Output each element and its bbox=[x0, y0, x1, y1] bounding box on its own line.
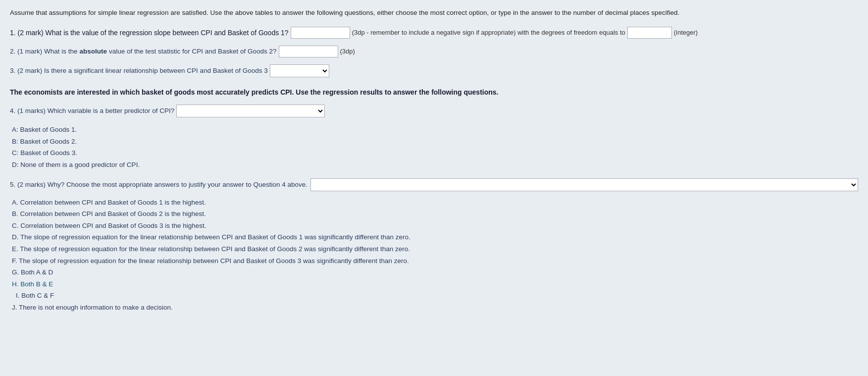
question-1-block: 1. (2 mark) What is the value of the reg… bbox=[10, 27, 858, 39]
section-header: The economists are interested in which b… bbox=[10, 87, 858, 98]
q4-option-d: D: None of them is a good predictor of C… bbox=[10, 160, 858, 170]
q1-hint1: (3dp - remember to include a negative si… bbox=[352, 28, 625, 38]
q5-option-i: I. Both C & F bbox=[10, 290, 858, 301]
q4-option-c: C: Basket of Goods 3. bbox=[10, 148, 858, 159]
q5-option-f: F. The slope of regression equation for … bbox=[10, 256, 858, 267]
intro-text: Assume that assumptions for simple linea… bbox=[10, 8, 858, 18]
q5-option-g: G. Both A & D bbox=[10, 267, 858, 278]
q1-hint2: (integer) bbox=[674, 28, 698, 38]
question-5-block: 5. (2 marks) Why? Choose the most approp… bbox=[10, 178, 858, 191]
q4-option-b: B: Basket of Goods 2. bbox=[10, 136, 858, 147]
question-3-block: 3. (2 mark) Is there a significant linea… bbox=[10, 64, 858, 77]
q2-hint: (3dp) bbox=[340, 47, 355, 57]
q5-label: 5. (2 marks) Why? Choose the most approp… bbox=[10, 181, 307, 188]
q1-dof-input[interactable] bbox=[627, 27, 672, 39]
q5-option-h: H. Both B & E bbox=[10, 279, 858, 290]
q2-label-after: value of the test statistic for CPI and … bbox=[109, 46, 276, 57]
q1-label: 1. (2 mark) What is the value of the reg… bbox=[10, 27, 289, 38]
q2-statistic-input[interactable] bbox=[279, 46, 338, 57]
q5-option-a: A. Correlation between CPI and Basket of… bbox=[10, 197, 858, 208]
q4-select[interactable]: Basket of Goods 1 Basket of Goods 2 Bask… bbox=[176, 105, 325, 117]
q4-option-a: A: Basket of Goods 1. bbox=[10, 124, 858, 135]
q5-select[interactable]: A B C D E F G H I J bbox=[310, 178, 858, 191]
q5-option-d: D. The slope of regression equation for … bbox=[10, 232, 858, 243]
q5-option-j: J. There is not enough information to ma… bbox=[10, 302, 858, 313]
q5-option-b: B. Correlation between CPI and Basket of… bbox=[10, 209, 858, 219]
question-2-block: 2. (1 mark) What is the absolute value o… bbox=[10, 46, 858, 57]
q5-option-c: C. Correlation between CPI and Basket of… bbox=[10, 220, 858, 231]
q5-answer-options: A. Correlation between CPI and Basket of… bbox=[10, 197, 858, 313]
q1-slope-input[interactable] bbox=[291, 27, 350, 39]
q4-label: 4. (1 marks) Which variable is a better … bbox=[10, 106, 174, 116]
q5-option-e: E. The slope of regression equation for … bbox=[10, 244, 858, 255]
q3-select[interactable]: Yes No bbox=[270, 64, 329, 77]
q2-label-before: 2. (1 mark) What is the bbox=[10, 46, 78, 57]
q3-label: 3. (2 mark) Is there a significant linea… bbox=[10, 65, 268, 76]
q2-label-bold: absolute bbox=[80, 46, 107, 57]
question-4-block: 4. (1 marks) Which variable is a better … bbox=[10, 105, 858, 117]
q4-answer-options: A: Basket of Goods 1. B: Basket of Goods… bbox=[10, 124, 858, 170]
